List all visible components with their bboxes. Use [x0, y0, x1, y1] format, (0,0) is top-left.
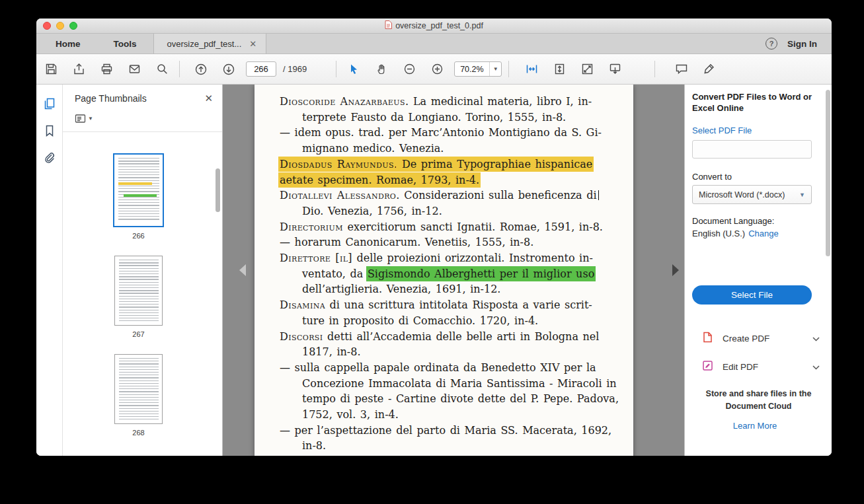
doc-line: — sulla cappella papale ordinata da Bene…	[280, 360, 621, 376]
zoom-level-dropdown[interactable]: 70.2% ▼	[454, 61, 502, 77]
chevron-down-icon: ▼	[88, 116, 93, 122]
thumbnail-page-number: 267	[132, 330, 144, 338]
doc-line: Directorium exercitiorum sancti Ignatii.…	[280, 219, 621, 235]
minimize-window-button[interactable]	[56, 22, 64, 30]
chevron-down-icon	[812, 362, 820, 372]
tab-tools[interactable]: Tools	[97, 34, 153, 54]
document-language-value: English (U.S.)	[692, 229, 745, 238]
doc-line: mignano medico. Venezia.	[280, 141, 621, 157]
tab-home[interactable]: Home	[39, 34, 97, 54]
document-tab-label: oversize_pdf_test...	[167, 39, 242, 49]
thumbnail-item[interactable]: 267	[114, 256, 163, 338]
convert-to-label: Convert to	[692, 172, 732, 182]
doc-line: Disamina di una scrittura intitolata Ris…	[280, 297, 621, 313]
save-button[interactable]	[40, 59, 61, 79]
collapse-left-pane-arrow[interactable]	[239, 264, 246, 276]
doc-line: Diotallevi Alessandro. Considerazioni su…	[280, 188, 621, 203]
convert-file-input[interactable]	[692, 140, 812, 159]
close-window-button[interactable]	[43, 22, 51, 30]
bookmarks-icon[interactable]	[41, 122, 58, 139]
window-title: oversize_pdf_test_0.pdf	[395, 21, 483, 30]
doc-line: Discorsi detti all’Accademia delle belle…	[280, 329, 621, 345]
convert-format-value: Microsoft Word (*.docx)	[699, 190, 785, 199]
convert-format-dropdown[interactable]: Microsoft Word (*.docx) ▼	[692, 185, 812, 204]
thumbnail-page-number: 266	[132, 232, 144, 240]
doc-line: 1752, vol. 3, in-4.	[280, 407, 621, 423]
comment-icon[interactable]	[671, 59, 692, 79]
tab-bar: Home Tools oversize_pdf_test... ✕ ? Sign…	[36, 34, 832, 54]
zoom-window-button[interactable]	[69, 22, 77, 30]
doc-line: Dio. Venezia, 1756, in-12.	[280, 203, 621, 219]
hand-tool-button[interactable]	[371, 59, 392, 79]
document-language-label: Document Language:	[692, 216, 774, 226]
title-bar: oversize_pdf_test_0.pdf	[36, 18, 832, 34]
select-tool-button[interactable]	[343, 59, 364, 79]
edit-pdf-label: Edit PDF	[723, 362, 804, 372]
doc-line: ventato, da Sigismondo Alberghetti per i…	[280, 266, 621, 282]
email-button[interactable]	[124, 59, 145, 79]
tools-panel-scrollbar[interactable]	[826, 90, 830, 256]
edit-pdf-icon	[701, 359, 714, 374]
toolbar-separator	[336, 61, 336, 77]
fit-page-icon[interactable]	[549, 59, 570, 79]
doc-line: 1817, in-8.	[280, 344, 621, 360]
collapse-right-pane-arrow[interactable]	[672, 264, 679, 276]
window-controls	[43, 22, 77, 30]
select-file-button[interactable]: Select File	[692, 285, 812, 305]
search-icon[interactable]	[151, 59, 173, 79]
page-thumbnails-icon[interactable]	[41, 95, 58, 112]
page-thumbnails-panel: Page Thumbnails ✕ ▼ 266267268	[63, 85, 223, 456]
doc-line: — idem opus. trad. per Marc’Antonio Mont…	[280, 125, 621, 141]
help-icon[interactable]: ?	[766, 38, 777, 50]
highlighter-icon[interactable]	[699, 59, 720, 79]
toolbar-separator	[179, 61, 180, 77]
zoom-out-button[interactable]	[399, 59, 420, 79]
close-tab-icon[interactable]: ✕	[249, 40, 256, 48]
chevron-down-icon	[812, 334, 820, 343]
actual-size-icon[interactable]	[576, 59, 598, 79]
toolbar-separator	[654, 61, 655, 77]
close-panel-icon[interactable]: ✕	[204, 92, 213, 104]
page-text: Dioscoride Anazarbaeus. La medicinal mat…	[255, 85, 633, 454]
previous-page-button[interactable]	[190, 59, 212, 79]
doc-line: — horarum Canonicarum. Venetiis, 1555, i…	[280, 234, 621, 250]
document-view: Dioscoride Anazarbaeus. La medicinal mat…	[223, 85, 684, 456]
change-language-link[interactable]: Change	[748, 229, 779, 238]
doc-line: aetate specimen. Romae, 1793, in-4.	[280, 172, 621, 188]
navigation-pane-strip	[36, 85, 63, 456]
doc-line: terprete Fausto da Longiano. Torino, 155…	[280, 110, 621, 126]
learn-more-link[interactable]: Learn More	[685, 421, 825, 431]
thumbnail-page-number: 268	[132, 429, 144, 437]
next-page-button[interactable]	[218, 59, 239, 79]
chevron-down-icon: ▼	[489, 62, 501, 76]
doc-line: Direttore [il] delle proiezioni orizzont…	[280, 250, 621, 266]
edit-pdf-row[interactable]: Edit PDF	[685, 357, 832, 377]
doc-line: — per l’aspettazione del parto di Maria …	[280, 423, 621, 439]
thumbnail-scrollbar[interactable]	[216, 168, 220, 212]
text-caret	[598, 190, 600, 200]
thumbnail-options-icon[interactable]: ▼	[75, 114, 93, 124]
attachments-icon[interactable]	[41, 149, 58, 166]
reading-mode-icon[interactable]	[604, 59, 625, 79]
pdf-page[interactable]: Dioscoride Anazarbaeus. La medicinal mat…	[255, 85, 633, 456]
tools-panel: Convert PDF Files to Word or Excel Onlin…	[684, 85, 832, 456]
create-pdf-label: Create PDF	[723, 334, 804, 343]
thumbnail-item[interactable]: 266	[113, 153, 164, 240]
panel-title: Page Thumbnails	[75, 93, 147, 104]
print-button[interactable]	[96, 59, 117, 79]
doc-line: dell’artiglieria. Venezia, 1691, in-12.	[280, 281, 621, 297]
share-button[interactable]	[68, 59, 89, 79]
zoom-in-button[interactable]	[426, 59, 448, 79]
tab-bar-right: ? Sign In	[766, 34, 832, 54]
page-number-input[interactable]	[246, 61, 276, 77]
doc-line: ture in proposito di Comacchio. 1720, in…	[280, 313, 621, 329]
doc-line: Dioscoride Anazarbaeus. La medicinal mat…	[280, 94, 621, 110]
convert-heading: Convert PDF Files to Word or Excel Onlin…	[692, 91, 822, 114]
doc-line: in-8.	[280, 438, 621, 454]
select-pdf-file-link[interactable]: Select PDF File	[692, 126, 752, 135]
tab-document[interactable]: oversize_pdf_test... ✕	[153, 34, 267, 54]
thumbnail-item[interactable]: 268	[114, 354, 163, 437]
sign-in-button[interactable]: Sign In	[787, 39, 817, 49]
fit-width-icon[interactable]	[521, 59, 542, 79]
create-pdf-row[interactable]: Create PDF	[685, 328, 832, 348]
